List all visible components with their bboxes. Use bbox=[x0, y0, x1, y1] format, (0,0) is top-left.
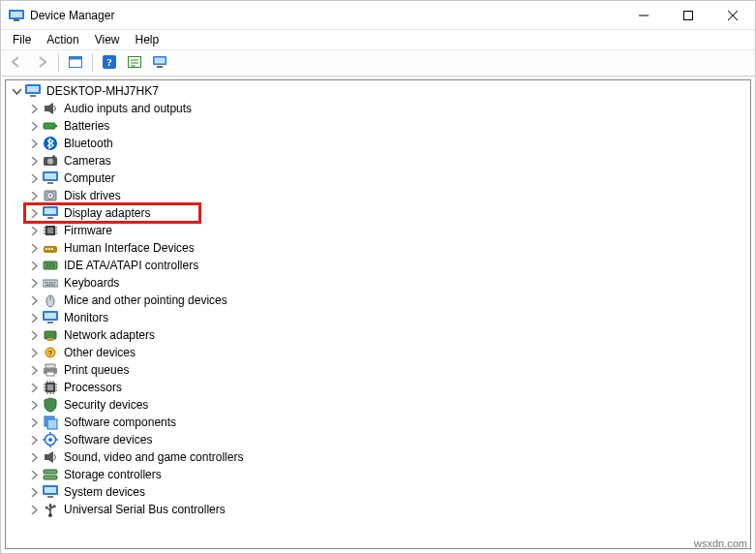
chevron-right-icon[interactable] bbox=[27, 381, 41, 394]
chevron-right-icon[interactable] bbox=[27, 102, 41, 115]
svg-rect-8 bbox=[70, 56, 82, 59]
chevron-right-icon[interactable] bbox=[27, 224, 41, 237]
tree-node-label: Security devices bbox=[62, 396, 150, 414]
hid-icon bbox=[43, 240, 58, 256]
toolbar-separator bbox=[58, 53, 59, 73]
chevron-right-icon[interactable] bbox=[27, 189, 41, 202]
back-arrow-icon bbox=[9, 54, 24, 73]
chevron-right-icon[interactable] bbox=[27, 119, 41, 133]
chevron-right-icon[interactable] bbox=[27, 311, 41, 324]
chevron-right-icon[interactable] bbox=[27, 346, 41, 359]
tree-node-other[interactable]: Other devices bbox=[6, 344, 750, 361]
tree-node-system[interactable]: System devices bbox=[6, 483, 750, 501]
menu-file[interactable]: File bbox=[5, 31, 39, 48]
chevron-right-icon[interactable] bbox=[27, 259, 41, 272]
chevron-right-icon[interactable] bbox=[27, 206, 41, 220]
tree-node-security[interactable]: Security devices bbox=[6, 396, 750, 414]
chevron-right-icon[interactable] bbox=[27, 398, 41, 412]
close-button[interactable] bbox=[711, 1, 755, 29]
menu-view[interactable]: View bbox=[87, 31, 128, 48]
chevron-right-icon[interactable] bbox=[27, 363, 41, 377]
tree-node-audio[interactable]: Audio inputs and outputs bbox=[6, 100, 750, 117]
tree-node-label: Batteries bbox=[62, 117, 111, 135]
chevron-right-icon[interactable] bbox=[27, 416, 41, 429]
toolbar-forward-button[interactable] bbox=[30, 51, 53, 75]
minimize-button[interactable] bbox=[621, 1, 666, 29]
device-tree: DESKTOP-MHJ7HK7Audio inputs and outputsB… bbox=[6, 82, 750, 518]
tree-node-bluetooth[interactable]: Bluetooth bbox=[6, 135, 750, 152]
tree-node-cameras[interactable]: Cameras bbox=[6, 152, 750, 169]
monitor-icon bbox=[43, 310, 58, 325]
tree-node-computer[interactable]: Computer bbox=[6, 169, 750, 187]
svg-rect-1 bbox=[11, 12, 22, 17]
maximize-button[interactable] bbox=[666, 1, 711, 29]
chevron-right-icon[interactable] bbox=[27, 171, 41, 185]
tree-node-label: Network adapters bbox=[62, 326, 157, 344]
svg-rect-16 bbox=[155, 57, 166, 63]
tree-node-softcomp[interactable]: Software components bbox=[6, 414, 750, 431]
tree-node-usb[interactable]: Universal Serial Bus controllers bbox=[6, 501, 750, 518]
menu-bar: File Action View Help bbox=[1, 30, 755, 49]
tree-node-softdev[interactable]: Software devices bbox=[6, 431, 750, 448]
tree-node-label: Processors bbox=[62, 379, 124, 396]
disk-icon bbox=[43, 188, 58, 203]
chevron-right-icon[interactable] bbox=[27, 485, 41, 499]
tree-node-storage[interactable]: Storage controllers bbox=[6, 466, 750, 483]
chevron-right-icon[interactable] bbox=[27, 241, 41, 255]
device-tree-panel[interactable]: DESKTOP-MHJ7HK7Audio inputs and outputsB… bbox=[5, 79, 751, 549]
app-icon bbox=[9, 8, 24, 23]
help-icon: ? bbox=[102, 54, 117, 73]
tree-node-sound[interactable]: Sound, video and game controllers bbox=[6, 448, 750, 466]
panel-icon bbox=[68, 54, 83, 73]
tree-node-label: Print queues bbox=[62, 361, 131, 379]
chevron-right-icon[interactable] bbox=[27, 293, 41, 307]
keyboard-icon bbox=[43, 275, 58, 291]
storage-icon bbox=[43, 467, 58, 482]
svg-text:?: ? bbox=[106, 56, 112, 68]
chevron-right-icon[interactable] bbox=[27, 328, 41, 342]
tree-node-label: Bluetooth bbox=[62, 135, 115, 152]
tree-node-disk[interactable]: Disk drives bbox=[6, 187, 750, 204]
toolbar-help-button[interactable]: ? bbox=[98, 51, 121, 75]
tree-node-printq[interactable]: Print queues bbox=[6, 361, 750, 379]
tree-node-mice[interactable]: Mice and other pointing devices bbox=[6, 292, 750, 309]
tree-node-hid[interactable]: Human Interface Devices bbox=[6, 239, 750, 257]
tree-node-display[interactable]: Display adapters bbox=[6, 204, 750, 222]
chevron-right-icon[interactable] bbox=[27, 450, 41, 464]
chevron-right-icon[interactable] bbox=[27, 276, 41, 290]
tree-node-label: Human Interface Devices bbox=[62, 239, 197, 257]
title-bar: Device Manager bbox=[1, 1, 755, 30]
tree-node-network[interactable]: Network adapters bbox=[6, 326, 750, 344]
chevron-right-icon[interactable] bbox=[27, 433, 41, 446]
toolbar-separator bbox=[92, 53, 93, 73]
battery-icon bbox=[43, 118, 58, 134]
tree-node-label: Keyboards bbox=[62, 274, 121, 292]
chevron-right-icon[interactable] bbox=[27, 468, 41, 481]
chevron-right-icon[interactable] bbox=[27, 137, 41, 150]
tree-node-label: Software components bbox=[62, 414, 178, 431]
camera-icon bbox=[43, 153, 58, 169]
tree-node-firmware[interactable]: Firmware bbox=[6, 222, 750, 239]
tree-node-label: System devices bbox=[62, 483, 147, 501]
toolbar-properties-button[interactable] bbox=[123, 51, 146, 75]
toolbar-back-button[interactable] bbox=[5, 51, 28, 75]
menu-action[interactable]: Action bbox=[39, 31, 86, 48]
tree-root-node[interactable]: DESKTOP-MHJ7HK7 bbox=[6, 82, 750, 100]
chevron-right-icon[interactable] bbox=[27, 154, 41, 168]
tree-node-ide[interactable]: IDE ATA/ATAPI controllers bbox=[6, 257, 750, 274]
tree-node-keyboards[interactable]: Keyboards bbox=[6, 274, 750, 292]
tree-node-label: Firmware bbox=[62, 222, 114, 239]
chevron-right-icon[interactable] bbox=[27, 503, 41, 516]
tree-node-monitors[interactable]: Monitors bbox=[6, 309, 750, 326]
usb-icon bbox=[43, 502, 58, 517]
toolbar-show-hidden-button[interactable] bbox=[64, 51, 87, 75]
window-controls bbox=[621, 1, 755, 29]
menu-help[interactable]: Help bbox=[128, 31, 167, 48]
tree-node-batteries[interactable]: Batteries bbox=[6, 117, 750, 135]
watermark: wsxdn.com bbox=[694, 538, 747, 549]
chevron-down-icon[interactable] bbox=[10, 84, 23, 98]
system-icon bbox=[43, 484, 58, 500]
tree-node-processors[interactable]: Processors bbox=[6, 379, 750, 396]
tree-node-label: Computer bbox=[62, 169, 117, 187]
toolbar-scan-button[interactable] bbox=[148, 51, 171, 75]
